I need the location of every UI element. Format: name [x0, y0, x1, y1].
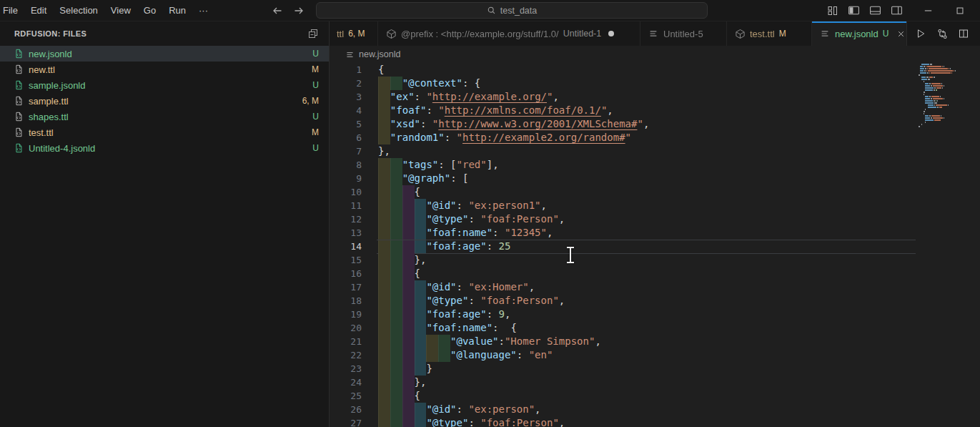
- indent-guide: [402, 376, 415, 389]
- indent-guide: [378, 185, 390, 199]
- indent-guide: [402, 185, 415, 199]
- toggle-secondary-sidebar-icon[interactable]: [889, 3, 904, 18]
- collapse-all-icon[interactable]: [307, 28, 319, 39]
- code-line-20[interactable]: 20"foaf:name": {: [330, 321, 980, 335]
- minimize-button[interactable]: [921, 3, 936, 18]
- toggle-primary-sidebar-icon[interactable]: [846, 3, 861, 18]
- line-number: 20: [330, 321, 362, 335]
- tab-test-ttl[interactable]: test.ttlM: [727, 21, 812, 46]
- toggle-panel-icon[interactable]: [868, 3, 883, 18]
- code-line-9[interactable]: 9"@graph": [: [330, 172, 980, 185]
- tab-untitled-5[interactable]: Untitled-5: [640, 21, 727, 46]
- indent-guide: [402, 362, 415, 376]
- breadcrumb[interactable]: new.jsonld: [330, 46, 980, 63]
- code-line-24[interactable]: 24},: [330, 376, 980, 389]
- menu-selection[interactable]: Selection: [53, 0, 104, 21]
- indent-guide: [378, 240, 390, 253]
- code-line-25[interactable]: 25{: [330, 389, 980, 403]
- code-line-1[interactable]: 1{: [330, 63, 980, 77]
- line-content: "random1": "http://example2.org/random#": [378, 131, 631, 144]
- file-row-new-jsonld[interactable]: new.jsonldU: [0, 46, 329, 62]
- indent-guide: [415, 416, 427, 427]
- code-line-2[interactable]: 2"@context": {: [330, 77, 980, 90]
- code-line-15[interactable]: 15},: [330, 253, 980, 267]
- file-list: new.jsonldUnew.ttlMsample.jsonldUsample.…: [0, 46, 329, 156]
- maximize-button[interactable]: [952, 3, 967, 18]
- code-line-8[interactable]: 8"tags": ["red"],: [330, 158, 980, 172]
- tab-label: new.jsonld: [835, 29, 878, 39]
- code-line-5[interactable]: 5"xsd": "http://www.w3.org/2001/XMLSchem…: [330, 117, 980, 131]
- code-line-23[interactable]: 23}: [330, 362, 980, 376]
- code-line-21[interactable]: 21"@value":"Homer Simpson",: [330, 335, 980, 348]
- indent-guide: [390, 267, 402, 280]
- customize-layout-icon[interactable]: [825, 3, 840, 18]
- arrow-right-icon: [293, 5, 305, 16]
- tab-prefix-http-example-org-[interactable]: @prefix : <http://example.org/stuff/1.0/…: [378, 21, 640, 46]
- file-row-sample-jsonld[interactable]: sample.jsonldU: [0, 77, 329, 93]
- indent-guide: [438, 335, 450, 348]
- editor-group: ttl6, M@prefix : <http://example.org/stu…: [330, 21, 980, 427]
- indent-guide: [390, 240, 402, 253]
- tab-new-jsonld[interactable]: new.jsonldU: [812, 21, 907, 46]
- split-editor-icon[interactable]: [956, 26, 971, 41]
- line-number: 22: [330, 348, 362, 362]
- line-number: 10: [330, 185, 362, 199]
- code-editor[interactable]: 1{2"@context": {3"ex": "http://example.o…: [330, 63, 980, 427]
- menu-more[interactable]: ···: [192, 0, 214, 21]
- run-icon[interactable]: [913, 26, 929, 41]
- indent-guide: [390, 212, 402, 226]
- compare-changes-icon[interactable]: [934, 26, 950, 41]
- file-row-test-ttl[interactable]: test.ttlM: [0, 124, 329, 140]
- editor-actions: [907, 21, 980, 46]
- line-number: 18: [330, 294, 362, 308]
- file-row-new-ttl[interactable]: new.ttlM: [0, 62, 329, 77]
- indent-guide: [378, 226, 390, 240]
- file-name: Untitled-4.jsonld: [29, 143, 312, 154]
- code-line-22[interactable]: 22"@language": "en": [330, 348, 980, 362]
- code-line-19[interactable]: 19"foaf:age": 9,: [330, 308, 980, 321]
- code-line-12[interactable]: 12"@type": "foaf:Person",: [330, 212, 980, 226]
- code-line-26[interactable]: 26"@id": "ex:person",: [330, 403, 980, 416]
- file-row-sample-ttl[interactable]: sample.ttl6, M: [0, 93, 329, 109]
- tab-ttl[interactable]: ttl6, M: [330, 21, 378, 46]
- tab-close-button[interactable]: [894, 27, 907, 40]
- code-line-4[interactable]: 4"foaf": "http://xmlns.com/foaf/0.1/",: [330, 104, 980, 117]
- minimap[interactable]: [919, 63, 969, 128]
- code-line-10[interactable]: 10{: [330, 185, 980, 199]
- indent-guide: [390, 403, 402, 416]
- tab-git-badge: M: [779, 29, 786, 39]
- line-content: "@value":"Homer Simpson",: [378, 335, 601, 348]
- menu-run[interactable]: Run: [162, 0, 192, 21]
- code-line-17[interactable]: 17"@id": "ex:Homer",: [330, 280, 980, 294]
- line-content: "@type": "foaf:Person",: [378, 416, 565, 427]
- explorer-sidebar: RDFUSION: FILES new.jsonldUnew.ttlMsampl…: [0, 21, 330, 427]
- arrow-left-icon: [272, 5, 283, 16]
- code-line-11[interactable]: 11"@id": "ex:person1",: [330, 199, 980, 212]
- code-line-13[interactable]: 13"foaf:name": "12345",: [330, 226, 980, 240]
- code-line-14[interactable]: 14"foaf:age": 25: [330, 240, 980, 253]
- back-button[interactable]: [270, 4, 284, 18]
- line-number: 13: [330, 226, 362, 240]
- file-row-untitled-4-jsonld[interactable]: Untitled-4.jsonldU: [0, 140, 329, 156]
- code-line-7[interactable]: 7},: [330, 144, 980, 158]
- file-code-icon: [14, 64, 24, 74]
- menu-go[interactable]: Go: [137, 0, 162, 21]
- code-line-3[interactable]: 3"ex": "http://example.org/",: [330, 90, 980, 104]
- file-code-icon: [14, 80, 24, 90]
- forward-button[interactable]: [292, 4, 306, 18]
- menu-view[interactable]: View: [104, 0, 137, 21]
- code-line-27[interactable]: 27"@type": "foaf:Person",: [330, 416, 980, 427]
- sidebar-title: RDFUSION: FILES: [14, 29, 307, 38]
- line-content: },: [378, 144, 390, 158]
- code-line-16[interactable]: 16{: [330, 267, 980, 280]
- git-status-badge: 6, M: [302, 96, 319, 106]
- file-row-shapes-ttl[interactable]: shapes.ttlU: [0, 109, 329, 124]
- menu-file[interactable]: File: [0, 0, 24, 21]
- code-line-18[interactable]: 18"@type": "foaf:Person",: [330, 294, 980, 308]
- command-center-search[interactable]: test_data: [316, 2, 708, 19]
- code-line-6[interactable]: 6"random1": "http://example2.org/random#…: [330, 131, 980, 144]
- git-status-badge: U: [312, 143, 319, 153]
- menu-edit[interactable]: Edit: [24, 0, 53, 21]
- more-actions-icon[interactable]: [977, 26, 980, 41]
- indent-guide: [378, 212, 390, 226]
